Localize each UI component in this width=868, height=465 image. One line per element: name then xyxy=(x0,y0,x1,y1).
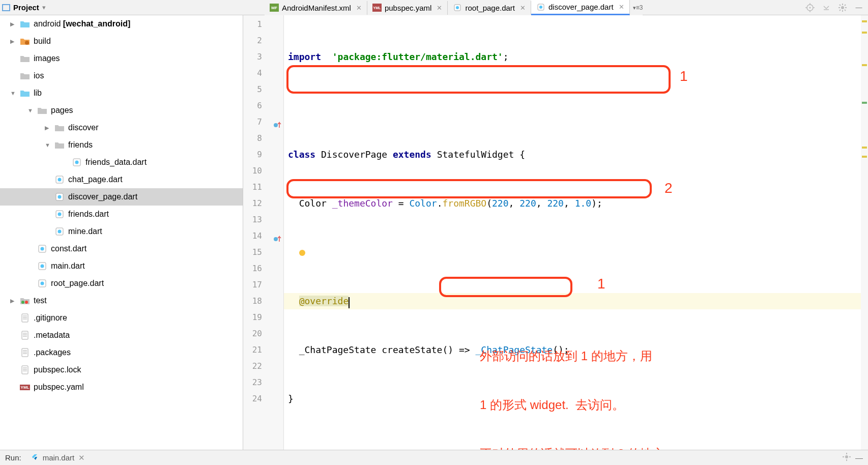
tree-label: android [wechat_android] xyxy=(34,19,130,28)
tree-item[interactable]: .metadata xyxy=(0,327,243,344)
line-number: 22 xyxy=(243,358,283,374)
tree-node-icon xyxy=(54,140,65,150)
run-label: Run: xyxy=(5,453,21,462)
tree-label: friends xyxy=(68,140,93,150)
svg-point-22 xyxy=(75,161,79,164)
yaml-icon: YML xyxy=(372,4,382,12)
gutter: 123456789101112131415161718192021222324 xyxy=(243,15,284,450)
editor-tab[interactable]: root_page.dart✕ xyxy=(448,1,531,15)
tree-item[interactable]: mine.dart xyxy=(0,223,243,240)
tree-arrow-icon[interactable]: ▶ xyxy=(10,298,19,304)
tree-arrow-icon[interactable]: ▶ xyxy=(10,38,19,45)
tree-item[interactable]: chat_page.dart xyxy=(0,171,243,188)
line-number: 19 xyxy=(243,309,283,326)
tree-item[interactable]: ▼pages xyxy=(0,102,243,119)
minimize-icon[interactable]: — xyxy=(852,1,866,15)
tree-item[interactable]: pubspec.lock xyxy=(0,361,243,379)
tree-item[interactable]: ▶build xyxy=(0,33,243,50)
svg-point-19 xyxy=(539,6,542,9)
tree-node-icon xyxy=(19,365,31,374)
tree-node-icon xyxy=(71,158,82,167)
tree-label: pubspec.yaml xyxy=(34,383,84,392)
editor-tab[interactable]: YMLpubspec.yaml✕ xyxy=(367,1,448,15)
tree-item[interactable]: .packages xyxy=(0,344,243,361)
tree-node-icon xyxy=(37,244,48,253)
tree-label: root_page.dart xyxy=(51,279,104,288)
close-icon[interactable]: ✕ xyxy=(437,4,442,12)
close-icon[interactable]: ✕ xyxy=(619,3,624,11)
svg-point-26 xyxy=(58,195,62,199)
tree-item[interactable]: ▶android [wechat_android] xyxy=(0,15,243,33)
svg-point-32 xyxy=(41,247,44,251)
tree-item[interactable]: YMLpubspec.yaml xyxy=(0,379,243,396)
line-number: 3 xyxy=(243,49,283,65)
editor-tab-bar: MFAndroidManifest.xml✕YMLpubspec.yaml✕ro… xyxy=(265,0,643,15)
tree-label: const.dart xyxy=(51,244,86,253)
svg-point-57 xyxy=(845,455,848,458)
tree-label: main.dart xyxy=(51,261,85,271)
tree-label: discover_page.dart xyxy=(68,192,137,201)
gear-icon[interactable] xyxy=(842,452,851,463)
tree-node-icon xyxy=(54,210,65,219)
editor-tab[interactable]: discover_page.dart✕ xyxy=(531,0,630,15)
close-icon[interactable]: ✕ xyxy=(78,453,85,462)
override-up-icon[interactable] xyxy=(272,118,281,125)
tree-item[interactable]: images xyxy=(0,50,243,67)
svg-point-7 xyxy=(841,6,844,9)
tree-arrow-icon[interactable]: ▶ xyxy=(10,21,19,27)
tree-item[interactable]: const.dart xyxy=(0,240,243,257)
locate-icon[interactable] xyxy=(803,1,817,15)
line-number: 15 xyxy=(243,244,283,260)
svg-rect-43 xyxy=(22,331,28,339)
dart-icon xyxy=(536,3,545,11)
run-config-name[interactable]: main.dart xyxy=(43,453,75,462)
tree-label: .packages xyxy=(34,348,71,357)
tree-item[interactable]: friends_data.dart xyxy=(0,154,243,171)
tree-item[interactable]: discover_page.dart xyxy=(0,188,243,206)
line-number: 6 xyxy=(243,98,283,114)
tree-item[interactable]: root_page.dart xyxy=(0,275,243,292)
project-tool-icon xyxy=(2,4,10,11)
svg-line-12 xyxy=(840,5,841,6)
tree-item[interactable]: ▼lib xyxy=(0,84,243,102)
code-editor[interactable]: 123456789101112131415161718192021222324 … xyxy=(243,15,868,450)
project-tree[interactable]: ▶android [wechat_android]▶buildimagesios… xyxy=(0,15,243,450)
tab-overflow-icon[interactable]: ▾ ≡3 xyxy=(633,4,643,11)
minimize-icon[interactable]: — xyxy=(855,453,863,462)
tree-item[interactable]: .gitignore xyxy=(0,309,243,327)
tree-item[interactable]: main.dart xyxy=(0,257,243,275)
tree-label: ios xyxy=(34,71,44,80)
settings-icon[interactable] xyxy=(835,1,850,15)
tree-item[interactable]: friends.dart xyxy=(0,206,243,223)
tree-label: chat_page.dart xyxy=(68,175,123,184)
dropdown-icon[interactable]: ▾ xyxy=(42,4,46,11)
line-number: 12 xyxy=(243,195,283,212)
close-icon[interactable]: ✕ xyxy=(520,4,526,12)
tree-item[interactable]: ios xyxy=(0,67,243,84)
svg-point-28 xyxy=(58,213,62,216)
tree-arrow-icon[interactable]: ▶ xyxy=(45,125,54,131)
tree-arrow-icon[interactable]: ▼ xyxy=(27,107,37,113)
tree-label: .gitignore xyxy=(34,313,67,323)
line-number: 18 xyxy=(243,293,283,309)
override-up-icon[interactable] xyxy=(272,232,281,239)
tree-node-icon xyxy=(19,19,31,28)
manifest-icon: MF xyxy=(270,4,279,12)
close-icon[interactable]: ✕ xyxy=(356,4,362,12)
tree-node-icon xyxy=(19,296,31,305)
tree-arrow-icon[interactable]: ▼ xyxy=(10,90,19,96)
tab-label: AndroidManifest.xml xyxy=(282,4,351,12)
tree-item[interactable]: ▼friends xyxy=(0,136,243,154)
svg-rect-51 xyxy=(22,366,28,374)
tree-arrow-icon[interactable]: ▼ xyxy=(45,142,54,148)
tree-label: pubspec.lock xyxy=(34,365,81,374)
editor-tab[interactable]: MFAndroidManifest.xml✕ xyxy=(265,1,367,15)
tree-node-icon xyxy=(54,123,65,132)
annotation-label-2: 2 xyxy=(664,180,673,196)
code-area[interactable]: import 'package:flutter/material.dart'; … xyxy=(284,15,868,450)
line-number: 14 xyxy=(243,228,283,244)
tree-item[interactable]: ▶discover xyxy=(0,119,243,136)
tree-item[interactable]: ▶test xyxy=(0,292,243,309)
collapse-icon[interactable] xyxy=(819,1,833,15)
overview-ruler xyxy=(861,15,868,450)
